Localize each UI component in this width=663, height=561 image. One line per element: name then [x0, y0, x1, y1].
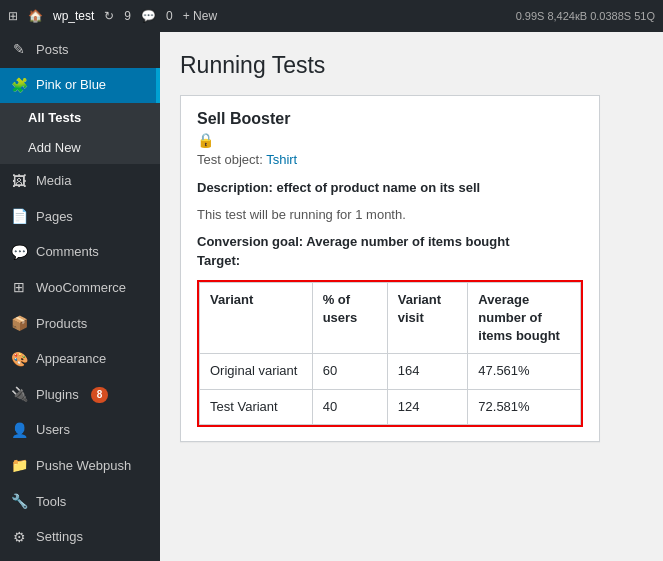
sidebar-item-users-label: Users — [36, 421, 70, 439]
site-name[interactable]: wp_test — [53, 9, 94, 23]
results-table-wrapper: Variant % of users Variant visit Average… — [197, 280, 583, 427]
sidebar-item-settings[interactable]: ⚙ Settings — [0, 520, 160, 556]
sidebar-item-products[interactable]: 📦 Products — [0, 306, 160, 342]
appearance-icon: 🎨 — [10, 350, 28, 370]
sidebar-item-tools[interactable]: 🔧 Tools — [0, 484, 160, 520]
sidebar-item-comments[interactable]: 💬 Comments — [0, 235, 160, 271]
update-count: 9 — [124, 9, 131, 23]
cell-variant: Test Variant — [200, 389, 313, 424]
sidebar-item-collapse[interactable]: ◀ Collapse menu — [0, 555, 160, 561]
layout: ✎ Posts 🧩 Pink or Blue All Tests Add New… — [0, 32, 663, 561]
posts-icon: ✎ — [10, 40, 28, 60]
tools-icon: 🔧 — [10, 492, 28, 512]
cell-variant: Original variant — [200, 354, 313, 389]
running-info: This test will be running for 1 month. — [197, 205, 583, 225]
woocommerce-icon: ⊞ — [10, 278, 28, 298]
sidebar-item-appearance-label: Appearance — [36, 350, 106, 368]
sidebar-item-woocommerce-label: WooCommerce — [36, 279, 126, 297]
sidebar-item-users[interactable]: 👤 Users — [0, 413, 160, 449]
card-title: Sell Booster — [197, 110, 583, 128]
perf-stats: 0.99S 8,424кB 0.0388S 51Q — [516, 10, 655, 22]
sidebar-item-products-label: Products — [36, 315, 87, 333]
sidebar-item-comments-label: Comments — [36, 243, 99, 261]
plugins-icon: 🔌 — [10, 385, 28, 405]
table-header-row: Variant % of users Variant visit Average… — [200, 282, 581, 354]
cell-variantVisit: 124 — [387, 389, 468, 424]
comments-icon: 💬 — [10, 243, 28, 263]
update-icon[interactable]: ↻ — [104, 9, 114, 23]
wp-logo[interactable]: ⊞ — [8, 9, 18, 23]
add-new-label: Add New — [28, 139, 81, 157]
sidebar-item-posts-label: Posts — [36, 41, 69, 59]
header-variant: Variant — [200, 282, 313, 354]
cell-variantVisit: 164 — [387, 354, 468, 389]
sidebar-item-plugins-label: Plugins — [36, 386, 79, 404]
pink-or-blue-icon: 🧩 — [10, 76, 28, 96]
sidebar-item-media-label: Media — [36, 172, 71, 190]
admin-bar: ⊞ 🏠 wp_test ↻ 9 💬 0 + New 0.99S 8,424кB … — [0, 0, 663, 32]
test-card: Sell Booster 🔒 Test object: Tshirt Descr… — [180, 95, 600, 442]
sidebar-item-all-tests[interactable]: All Tests — [0, 103, 160, 133]
main-content: Running Tests Sell Booster 🔒 Test object… — [160, 32, 663, 561]
media-icon: 🖼 — [10, 172, 28, 192]
page-title: Running Tests — [180, 52, 643, 79]
sidebar-item-pink-or-blue[interactable]: 🧩 Pink or Blue — [0, 68, 160, 104]
table-row: Test Variant4012472.581% — [200, 389, 581, 424]
products-icon: 📦 — [10, 314, 28, 334]
sidebar-item-pushe[interactable]: 📁 Pushe Webpush — [0, 448, 160, 484]
sidebar-item-settings-label: Settings — [36, 528, 83, 546]
sidebar-item-appearance[interactable]: 🎨 Appearance — [0, 342, 160, 378]
pages-icon: 📄 — [10, 207, 28, 227]
sidebar-item-pages[interactable]: 📄 Pages — [0, 199, 160, 235]
test-object-label: Test object: — [197, 152, 263, 167]
sidebar-item-plugins[interactable]: 🔌 Plugins 8 — [0, 377, 160, 413]
results-table: Variant % of users Variant visit Average… — [199, 282, 581, 425]
sidebar-item-pink-or-blue-label: Pink or Blue — [36, 76, 106, 94]
home-icon[interactable]: 🏠 — [28, 9, 43, 23]
comment-count: 0 — [166, 9, 173, 23]
settings-icon: ⚙ — [10, 528, 28, 548]
target-line: Target: — [197, 253, 583, 268]
pink-or-blue-submenu: All Tests Add New — [0, 103, 160, 163]
sidebar-item-woocommerce[interactable]: ⊞ WooCommerce — [0, 270, 160, 306]
test-object-link[interactable]: Tshirt — [266, 152, 297, 167]
sidebar: ✎ Posts 🧩 Pink or Blue All Tests Add New… — [0, 32, 160, 561]
cell-pctUsers: 60 — [312, 354, 387, 389]
new-button[interactable]: + New — [183, 9, 217, 23]
cell-pctUsers: 40 — [312, 389, 387, 424]
all-tests-label: All Tests — [28, 109, 81, 127]
sidebar-item-pushe-label: Pushe Webpush — [36, 457, 131, 475]
header-variant-visit: Variant visit — [387, 282, 468, 354]
lock-icon: 🔒 — [197, 132, 583, 148]
header-avg-items: Average number of items bought — [468, 282, 581, 354]
sidebar-item-posts[interactable]: ✎ Posts — [0, 32, 160, 68]
users-icon: 👤 — [10, 421, 28, 441]
table-row: Original variant6016447.561% — [200, 354, 581, 389]
cell-avgItems: 47.561% — [468, 354, 581, 389]
header-pct-users: % of users — [312, 282, 387, 354]
sidebar-item-media[interactable]: 🖼 Media — [0, 164, 160, 200]
pushe-icon: 📁 — [10, 456, 28, 476]
description: Description: effect of product name on i… — [197, 179, 583, 197]
plugins-badge: 8 — [91, 387, 109, 403]
test-object: Test object: Tshirt — [197, 152, 583, 167]
sidebar-item-tools-label: Tools — [36, 493, 66, 511]
sidebar-item-pages-label: Pages — [36, 208, 73, 226]
comment-icon[interactable]: 💬 — [141, 9, 156, 23]
sidebar-item-add-new[interactable]: Add New — [0, 133, 160, 163]
conversion-goal: Conversion goal: Average number of items… — [197, 233, 583, 251]
cell-avgItems: 72.581% — [468, 389, 581, 424]
